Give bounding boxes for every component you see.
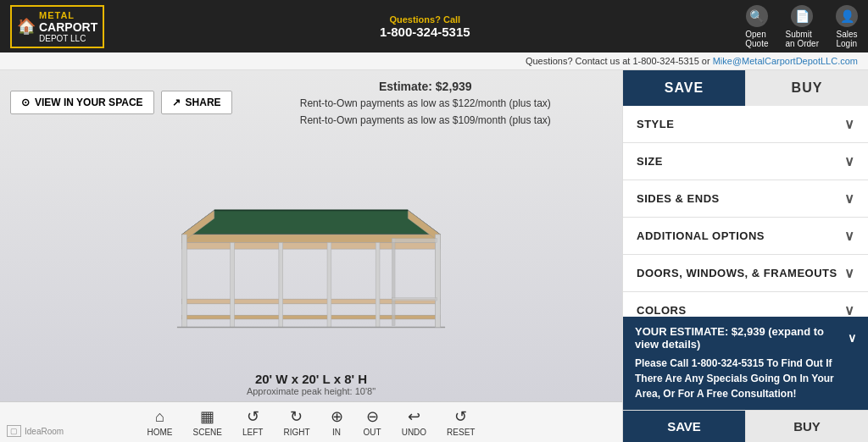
viewer-panel: ⊙ VIEW IN YOUR SPACE ↗ SHARE Estimate: $… [0,70,622,442]
accordion: STYLE ∨ SIZE ∨ SIDES & ENDS ∨ ADDITIONAL… [623,106,868,317]
header: 🏠 METAL CARPORT DEPOT LLC Questions? Cal… [0,0,868,52]
left-icon: ↺ [247,407,259,426]
home-icon: ⌂ [155,408,164,426]
accordion-colors-label: COLORS [637,304,687,317]
idearoom-logo: ▢ IdeaRoom [7,425,64,437]
dimension-main: 20' W x 20' L x 8' H [5,372,617,386]
zoom-in-icon: ⊕ [331,407,343,426]
buy-bottom-button[interactable]: BUY [745,411,868,442]
dimension-sub: Approximate peak height: 10'8" [5,386,617,396]
chevron-down-icon: ∨ [844,228,855,244]
zoom-out-button[interactable]: ⊖ OUT [364,407,381,437]
home-button[interactable]: ⌂ HOME [147,408,173,437]
sales-login-button[interactable]: 👤 SalesLogin [836,5,858,48]
logo-area: 🏠 METAL CARPORT DEPOT LLC [10,5,104,48]
accordion-colors: COLORS ∨ [623,292,868,317]
reset-button[interactable]: ↺ RESET [447,407,475,437]
header-actions: 🔍 OpenQuote 📄 Submitan Order 👤 SalesLogi… [745,5,858,48]
chevron-down-icon: ∨ [844,191,855,207]
accordion-additional-header[interactable]: ADDITIONAL OPTIONS ∨ [623,218,868,254]
svg-rect-9 [279,243,283,328]
logo-icon: 🏠 [17,17,36,36]
accordion-size-label: SIZE [637,155,663,168]
sales-login-label: SalesLogin [836,30,857,48]
buy-top-button[interactable]: BUY [745,70,868,106]
submit-order-button[interactable]: 📄 Submitan Order [786,5,819,48]
scene-icon: ▦ [200,407,214,426]
accordion-colors-header[interactable]: COLORS ∨ [623,292,868,317]
viewer-toolbar: ⊙ VIEW IN YOUR SPACE ↗ SHARE Estimate: $… [0,70,622,135]
scene-button[interactable]: ▦ SCENE [193,407,222,437]
zoom-out-icon: ⊖ [366,407,379,426]
svg-rect-14 [436,235,441,328]
zoom-in-button[interactable]: ⊕ IN [331,407,343,437]
estimate-price: Estimate: $2,939 [239,77,612,96]
accordion-style-label: STYLE [637,118,674,130]
phone-number: 1-800-324-5315 [380,25,470,39]
logo-carport: CARPORT [39,20,97,34]
undo-icon: ↩ [408,407,420,426]
logo-metal: METAL [39,10,97,20]
open-quote-icon: 🔍 [746,5,768,27]
accordion-size: SIZE ∨ [623,143,868,180]
right-button[interactable]: ↻ RIGHT [283,407,309,437]
estimate-box-header: YOUR ESTIMATE: $2,939 (expand to view de… [635,325,856,351]
accordion-style-header[interactable]: STYLE ∨ [623,106,868,142]
estimate-expand-icon[interactable]: ∨ [848,331,856,345]
logo-depot: DEPOT LLC [39,34,97,43]
estimate-area: Estimate: $2,939 Rent-to-Own payments as… [239,77,612,129]
reset-label: RESET [447,428,475,437]
svg-rect-4 [182,243,441,250]
share-icon: ↗ [172,97,181,108]
view-in-space-label: VIEW IN YOUR SPACE [35,97,143,108]
share-button[interactable]: ↗ SHARE [161,91,232,114]
bottom-buttons: SAVE BUY [623,410,868,442]
dimension-label: 20' W x 20' L x 8' H Approximate peak he… [0,367,622,401]
zoom-in-label: IN [332,428,341,437]
save-top-button[interactable]: SAVE [623,70,745,106]
estimate-box-header-text: YOUR ESTIMATE: $2,939 (expand to view de… [635,325,848,351]
svg-marker-0 [182,211,441,235]
info-bar-text: Questions? Contact us at 1-800-324-5315 … [526,56,713,66]
accordion-size-header[interactable]: SIZE ∨ [623,143,868,180]
phone-area: Questions? Call 1-800-324-5315 [380,14,470,39]
svg-rect-15 [392,239,395,326]
svg-rect-6 [182,316,441,320]
logo-text: METAL CARPORT DEPOT LLC [39,10,97,43]
accordion-sides: SIDES & ENDS ∨ [623,180,868,218]
open-quote-button[interactable]: 🔍 OpenQuote [745,5,768,48]
chevron-down-icon: ∨ [844,116,855,132]
undo-label: UNDO [402,428,426,437]
submit-order-label: Submitan Order [786,30,819,48]
accordion-sides-header[interactable]: SIDES & ENDS ∨ [623,180,868,217]
share-label: SHARE [186,97,221,108]
save-bottom-button[interactable]: SAVE [623,411,745,442]
idearoom-box-icon: ▢ [7,425,21,437]
sales-login-icon: 👤 [836,5,858,27]
ar-icon: ⊙ [21,97,30,108]
accordion-doors-header[interactable]: DOORS, WINDOWS, & FRAMEOUTS ∨ [623,255,868,291]
accordion-sides-label: SIDES & ENDS [637,192,720,205]
svg-rect-8 [231,243,235,328]
left-label: LEFT [242,428,263,437]
reset-icon: ↺ [454,407,467,426]
carport-display [0,135,622,367]
logo-box: 🏠 METAL CARPORT DEPOT LLC [10,5,104,48]
viewer-controls: ⌂ HOME ▦ SCENE ↺ LEFT ↻ RIGHT ⊕ IN [0,401,622,442]
chevron-down-icon: ∨ [844,153,855,169]
info-bar: Questions? Contact us at 1-800-324-5315 … [0,52,868,70]
svg-rect-17 [392,298,437,301]
main-content: ⊙ VIEW IN YOUR SPACE ↗ SHARE Estimate: $… [0,70,868,442]
contact-email-link[interactable]: Mike@MetalCarportDepotLLC.com [713,56,858,66]
rent-line2: Rent-to-Own payments as low as $109/mont… [239,113,612,129]
right-top-buttons: SAVE BUY [623,70,868,106]
right-panel: SAVE BUY STYLE ∨ SIZE ∨ SIDES & ENDS ∨ [622,70,868,442]
chevron-down-icon: ∨ [844,265,855,281]
right-label: RIGHT [283,428,309,437]
idearoom-label: IdeaRoom [25,427,64,436]
undo-button[interactable]: ↩ UNDO [402,407,426,437]
accordion-doors-label: DOORS, WINDOWS, & FRAMEOUTS [637,267,837,279]
view-in-space-button[interactable]: ⊙ VIEW IN YOUR SPACE [10,91,154,114]
left-button[interactable]: ↺ LEFT [242,407,263,437]
zoom-out-label: OUT [364,428,381,437]
